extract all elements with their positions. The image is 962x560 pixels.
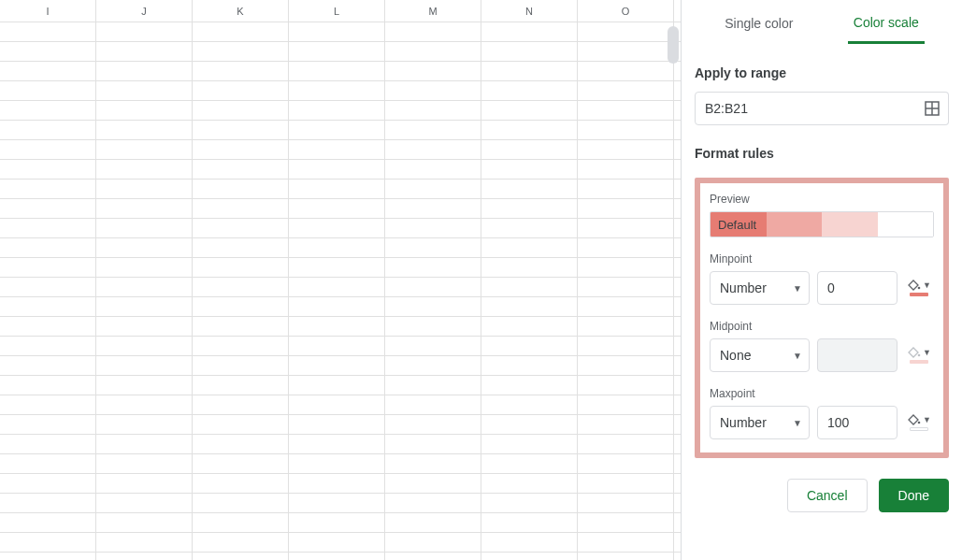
column-header[interactable]: N [481, 0, 578, 22]
cell[interactable] [0, 219, 96, 237]
cell[interactable] [289, 454, 385, 473]
cell[interactable] [289, 199, 385, 218]
cell[interactable] [193, 415, 289, 434]
cell[interactable] [289, 121, 385, 139]
cell[interactable] [385, 81, 481, 100]
cell[interactable] [481, 278, 578, 296]
cell[interactable] [289, 395, 385, 414]
cell[interactable] [578, 297, 674, 316]
cell[interactable] [0, 160, 96, 179]
cell[interactable] [193, 179, 289, 198]
cell[interactable] [289, 238, 385, 257]
cell[interactable] [385, 533, 481, 552]
cell[interactable] [0, 121, 96, 139]
cell[interactable] [481, 22, 578, 41]
cell[interactable] [385, 160, 481, 179]
cell[interactable] [578, 395, 674, 414]
cell[interactable] [96, 317, 193, 336]
cell[interactable] [96, 454, 193, 473]
cell[interactable] [193, 219, 289, 237]
cell[interactable] [193, 199, 289, 218]
cell[interactable] [289, 356, 385, 375]
cell[interactable] [385, 337, 481, 355]
cell[interactable] [0, 337, 96, 355]
cell[interactable] [193, 238, 289, 257]
cell[interactable] [289, 533, 385, 552]
cell[interactable] [96, 435, 193, 453]
cell[interactable] [481, 160, 578, 179]
cell[interactable] [193, 337, 289, 355]
column-header[interactable]: L [289, 0, 385, 22]
cell[interactable] [0, 376, 96, 395]
cell[interactable] [481, 42, 578, 61]
cell[interactable] [96, 101, 193, 120]
cell[interactable] [385, 435, 481, 453]
minpoint-color-button[interactable]: ▼ [905, 280, 934, 296]
cell[interactable] [481, 494, 578, 512]
cell[interactable] [578, 533, 674, 552]
cell[interactable] [578, 317, 674, 336]
cell[interactable] [0, 297, 96, 316]
cell[interactable] [0, 494, 96, 512]
cell[interactable] [385, 317, 481, 336]
minpoint-type-select[interactable]: NumberPercentPercentileMin valueMax valu… [710, 271, 810, 305]
column-header[interactable]: O [578, 0, 674, 22]
cell[interactable] [385, 494, 481, 512]
cell[interactable] [0, 140, 96, 159]
cell[interactable] [0, 395, 96, 414]
cell[interactable] [578, 179, 674, 198]
column-header[interactable]: J [96, 0, 193, 22]
cell[interactable] [481, 513, 578, 532]
cell[interactable] [193, 42, 289, 61]
cell[interactable] [385, 179, 481, 198]
cell[interactable] [578, 81, 674, 100]
cell[interactable] [96, 415, 193, 434]
maxpoint-value-input[interactable] [817, 406, 897, 439]
cell[interactable] [193, 435, 289, 453]
cell[interactable] [96, 199, 193, 218]
cell[interactable] [289, 219, 385, 237]
cell[interactable] [481, 219, 578, 237]
cell[interactable] [96, 22, 193, 41]
cell[interactable] [0, 179, 96, 198]
cell[interactable] [578, 62, 674, 80]
cell[interactable] [96, 140, 193, 159]
cell[interactable] [96, 337, 193, 355]
tab-color-scale[interactable]: Color scale [848, 15, 925, 44]
cell[interactable] [578, 42, 674, 61]
cell[interactable] [289, 258, 385, 277]
maxpoint-color-button[interactable]: ▼ [905, 414, 934, 431]
cell[interactable] [193, 140, 289, 159]
cell[interactable] [481, 454, 578, 473]
cell[interactable] [578, 513, 674, 532]
cell[interactable] [193, 494, 289, 512]
cell[interactable] [0, 258, 96, 277]
cell[interactable] [289, 435, 385, 453]
cell[interactable] [193, 278, 289, 296]
cell[interactable] [578, 435, 674, 453]
cell[interactable] [481, 81, 578, 100]
cell[interactable] [0, 553, 96, 560]
cell[interactable] [385, 395, 481, 414]
cell[interactable] [289, 160, 385, 179]
cell[interactable] [481, 121, 578, 139]
cell[interactable] [481, 62, 578, 80]
cell[interactable] [193, 513, 289, 532]
cell[interactable] [96, 238, 193, 257]
cell[interactable] [289, 278, 385, 296]
cell[interactable] [193, 553, 289, 560]
cell[interactable] [96, 494, 193, 512]
cell[interactable] [96, 356, 193, 375]
cell[interactable] [481, 415, 578, 434]
cell[interactable] [0, 474, 96, 493]
cell[interactable] [481, 356, 578, 375]
cell[interactable] [0, 199, 96, 218]
cell[interactable] [481, 317, 578, 336]
cell[interactable] [385, 356, 481, 375]
cell[interactable] [481, 474, 578, 493]
cell[interactable] [385, 376, 481, 395]
cell[interactable] [578, 219, 674, 237]
cell[interactable] [481, 101, 578, 120]
cell[interactable] [96, 513, 193, 532]
cell[interactable] [96, 258, 193, 277]
